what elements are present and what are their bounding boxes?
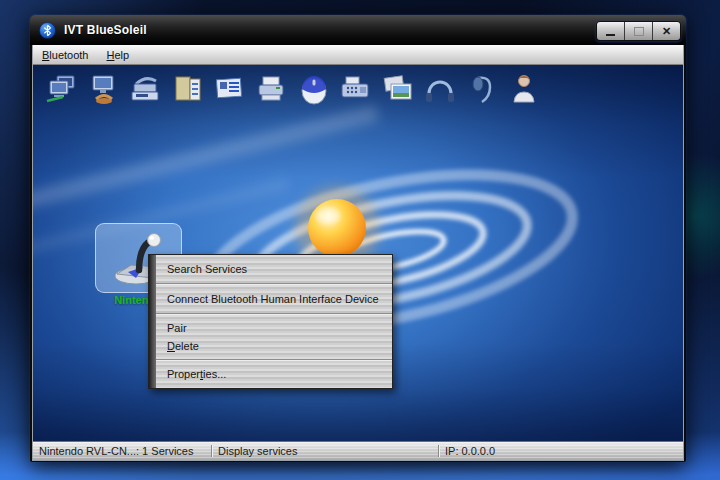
window-frame: Bluetooth Help	[32, 45, 684, 461]
bluetooth-logo-icon	[39, 22, 56, 39]
menu-item-search-services[interactable]: Search Services	[149, 259, 392, 279]
headset-icon[interactable]	[463, 71, 501, 107]
user-icon[interactable]	[505, 71, 543, 107]
my-computer-icon[interactable]	[43, 71, 81, 107]
context-menu-gutter	[149, 255, 156, 388]
maximize-icon	[634, 27, 644, 36]
status-device-services: Nintendo RVL-CN...: 1 Services	[33, 442, 211, 460]
menu-bluetooth[interactable]: Bluetooth	[33, 45, 98, 64]
menu-item-connect-hid[interactable]: Connect Bluetooth Human Interface Device	[149, 289, 392, 309]
file-transfer-icon[interactable]	[169, 71, 207, 107]
context-menu: Search Services Connect Bluetooth Human …	[148, 254, 393, 389]
window-controls: ✕	[596, 21, 681, 41]
information-exchange-icon[interactable]	[211, 71, 249, 107]
image-transfer-icon[interactable]	[379, 71, 417, 107]
menu-separator	[156, 359, 392, 361]
minimize-icon	[606, 34, 615, 36]
fax-machine-icon[interactable]	[337, 71, 375, 107]
app-window: IVT BlueSoleil ✕ Bluetooth Help	[30, 15, 686, 462]
status-action: Display services	[212, 442, 438, 460]
menu-separator	[156, 283, 392, 285]
menu-separator	[156, 313, 392, 315]
menu-bar: Bluetooth Help	[33, 45, 683, 65]
desktop: IVT BlueSoleil ✕ Bluetooth Help	[0, 0, 720, 480]
menu-help[interactable]: Help	[98, 45, 139, 64]
fax-service-icon[interactable]	[127, 71, 165, 107]
title-bar[interactable]: IVT BlueSoleil ✕	[30, 15, 686, 45]
dialup-networking-icon[interactable]	[85, 71, 123, 107]
printer-icon[interactable]	[253, 71, 291, 107]
menu-item-pair[interactable]: Pair	[149, 319, 392, 337]
mouse-hid-icon[interactable]	[295, 71, 333, 107]
close-button[interactable]: ✕	[653, 22, 680, 40]
menu-item-delete[interactable]: Delete	[149, 337, 392, 355]
status-ip: IP: 0.0.0.0	[439, 442, 683, 460]
menu-item-properties[interactable]: Properties...	[149, 365, 392, 383]
maximize-button[interactable]	[625, 22, 653, 40]
main-canvas[interactable]: Nintendo Search Services Connect Bluetoo…	[33, 65, 683, 441]
service-toolbar	[43, 71, 543, 107]
minimize-button[interactable]	[597, 22, 625, 40]
status-bar: Nintendo RVL-CN...: 1 Services Display s…	[33, 441, 683, 460]
headphone-icon[interactable]	[421, 71, 459, 107]
close-icon: ✕	[662, 26, 671, 37]
window-title: IVT BlueSoleil	[64, 23, 147, 37]
